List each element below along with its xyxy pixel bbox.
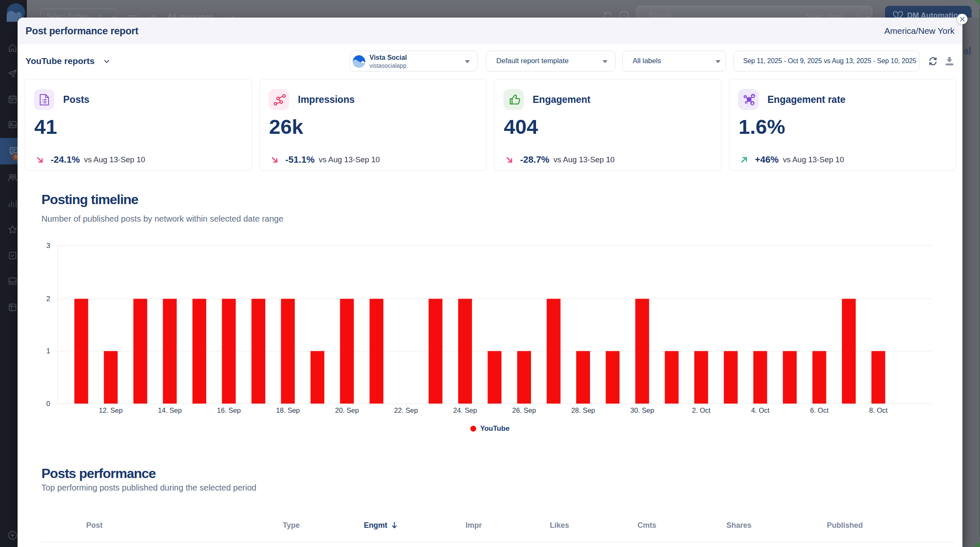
svg-text:20. Sep: 20. Sep [335,406,359,414]
svg-text:18. Sep: 18. Sep [276,406,300,414]
svg-text:24. Sep: 24. Sep [453,406,477,414]
svg-text:16. Sep: 16. Sep [217,406,241,414]
svg-text:26. Sep: 26. Sep [512,406,536,414]
svg-text:1: 1 [46,347,50,355]
svg-text:0: 0 [46,400,50,407]
svg-text:30. Sep: 30. Sep [630,406,654,414]
svg-text:28. Sep: 28. Sep [571,406,595,414]
svg-text:12. Sep: 12. Sep [99,406,123,414]
svg-text:14. Sep: 14. Sep [158,406,182,414]
svg-text:2: 2 [46,295,50,302]
svg-text:22. Sep: 22. Sep [394,406,418,414]
svg-text:3: 3 [46,242,50,249]
svg-text:8. Oct: 8. Oct [869,406,888,414]
svg-text:4. Oct: 4. Oct [751,406,770,414]
svg-text:2. Oct: 2. Oct [692,406,711,414]
svg-text:6. Oct: 6. Oct [810,406,829,414]
